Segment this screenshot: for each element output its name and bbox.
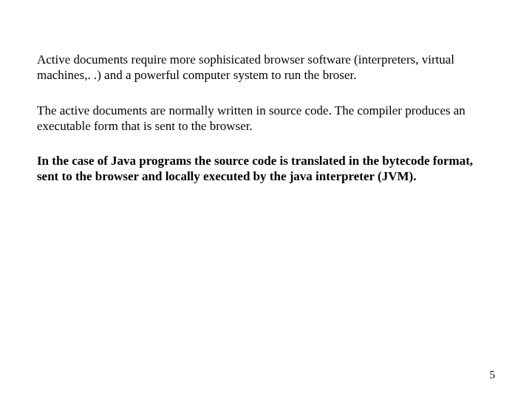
paragraph-2: The active documents are normally writte… xyxy=(37,103,495,134)
page-number: 5 xyxy=(490,369,496,381)
paragraph-1: Active documents require more sophisicat… xyxy=(37,52,495,83)
slide-content: Active documents require more sophisicat… xyxy=(0,0,532,185)
paragraph-3: In the case of Java programs the source … xyxy=(37,153,495,185)
